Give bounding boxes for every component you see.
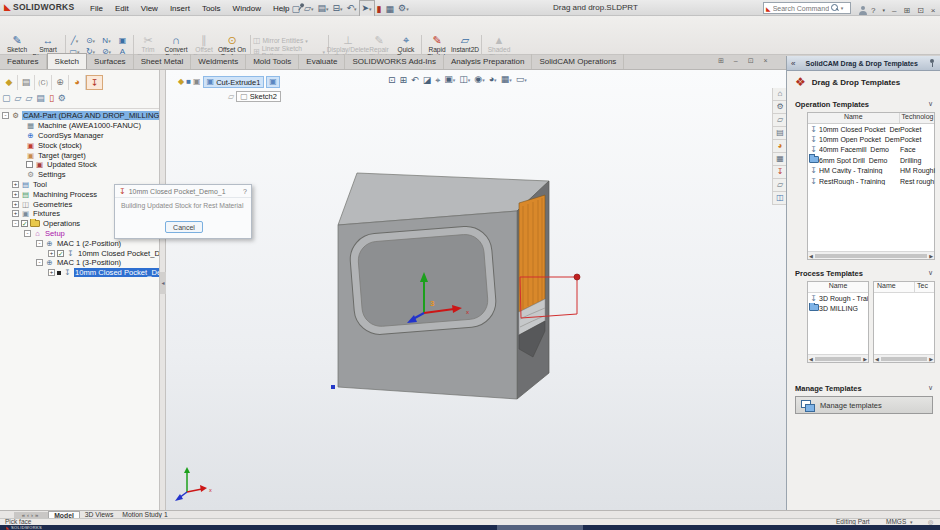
spline-tool-icon[interactable]: N▾ [99, 35, 114, 46]
template-row[interactable]: 6mm Spot Drill_Demo Drilling [808, 155, 934, 165]
3d-viewport[interactable]: x 3 x [166, 70, 786, 511]
part-icon[interactable]: ◆ [178, 77, 184, 87]
list-header[interactable]: Name Tec [874, 282, 934, 293]
menu-insert[interactable]: Insert [164, 4, 196, 13]
breadcrumb-end-icon[interactable]: ▣ [266, 76, 280, 88]
expander-icon[interactable]: + [12, 201, 19, 208]
tool-table-icon[interactable]: ▦ [384, 2, 397, 17]
expander-icon[interactable]: + [48, 250, 55, 257]
apply-scene-icon[interactable]: ▦▾ [501, 74, 512, 86]
tab-sheet-metal[interactable]: Sheet Metal [134, 54, 192, 69]
featuremanager-tab-icon[interactable]: ◆ [1, 75, 18, 90]
operations-checkbox[interactable] [21, 220, 28, 227]
menu-view[interactable]: View [135, 4, 164, 13]
collapse-pane-icon[interactable]: « [791, 59, 795, 68]
cam-save-icon[interactable]: ▤ [36, 92, 45, 105]
tree-row-stock[interactable]: ▣ Stock (stock) [0, 140, 159, 150]
tab-solidworks-addins[interactable]: SOLIDWORKS Add-Ins [345, 54, 444, 69]
taskbar-window-indicator[interactable] [497, 525, 583, 530]
tree-row-machine[interactable]: ▦ Machine (AWEA1000-FANUC) [0, 121, 159, 131]
expander-icon[interactable]: - [2, 112, 9, 119]
open-icon[interactable]: ▱▾ [302, 1, 315, 17]
dimxpertmanager-tab-icon[interactable]: ⊕ [52, 75, 69, 90]
pane-controls[interactable]: ⊞ – ⊡ × [718, 57, 772, 65]
circle-tool-icon[interactable]: ⊙▾ [83, 35, 98, 46]
template-row[interactable]: ↧ RestRough - Training Rest rough [808, 176, 934, 186]
cam-settings-icon[interactable]: ⚙ [58, 92, 66, 105]
table-header[interactable]: Name Technolog [808, 113, 934, 124]
login-icon[interactable] [858, 6, 867, 15]
template-row[interactable]: ↧ 40mm Facemill_Demo Face [808, 145, 934, 155]
updated-stock-checkbox[interactable] [26, 161, 33, 168]
tab-solidcam-operations[interactable]: SolidCAM Operations [532, 54, 624, 69]
manage-templates-button[interactable]: Manage templates [795, 396, 933, 414]
process-row[interactable]: ↧ 3D Rough - Trai [808, 293, 868, 303]
cam-note-icon[interactable]: ▯ [49, 92, 54, 105]
menu-window[interactable]: Window [227, 4, 267, 13]
tree-row-closed-pocket-demo-1[interactable]: + ↧ 10mm Closed Pocket_Demo_1 ...T2 [0, 268, 159, 278]
tree-row-mac1-2pos[interactable]: - ⊕ MAC 1 (2-Position) [0, 238, 159, 248]
col-name[interactable]: Name [808, 113, 899, 123]
cam-new-icon[interactable]: ▢ [2, 92, 11, 105]
search-icon[interactable] [831, 4, 839, 12]
tab-analysis-preparation[interactable]: Analysis Preparation [444, 54, 532, 69]
expander-icon[interactable]: + [48, 269, 55, 276]
body-icon[interactable]: ■ [186, 77, 191, 87]
expander-icon[interactable]: + [12, 210, 19, 217]
process-templates-header[interactable]: Process Templates ∨ [795, 269, 933, 278]
options-icon[interactable]: ⚙▾ [396, 1, 411, 17]
collapse-section-icon[interactable]: ∨ [928, 269, 933, 278]
tree-row-mac1-3pos[interactable]: - ⊕ MAC 1 (3-Position) [0, 258, 159, 268]
print-icon[interactable]: ⊟▾ [330, 1, 344, 17]
horizontal-scrollbar[interactable]: ◀▶ [874, 354, 934, 362]
horizontal-scrollbar[interactable]: ◀▶ [808, 251, 934, 259]
search-input[interactable] [773, 5, 829, 12]
collapse-section-icon[interactable]: ∨ [928, 100, 933, 109]
tree-row-settings[interactable]: ⚙ Settings [0, 170, 159, 180]
cam-open2-icon[interactable]: ▱ [25, 92, 32, 105]
home-icon[interactable]: ⌂ [280, 2, 289, 17]
zoom-to-area-icon[interactable]: ⊞ [400, 75, 408, 86]
expander-icon[interactable]: + [12, 181, 19, 188]
tab-sketch[interactable]: Sketch [47, 53, 87, 69]
tree-row-closed-pocket-demo[interactable]: + ↧ 10mm Closed Pocket_Demo ...T2 [0, 248, 159, 258]
pin-icon[interactable] [928, 59, 936, 68]
dynamic-annotation-icon[interactable]: ⌖ [435, 75, 440, 86]
expander-icon[interactable]: - [24, 230, 31, 237]
template-row[interactable]: ↧ HM Cavity - Training HM Roughi [808, 166, 934, 176]
expander-icon[interactable]: - [36, 240, 43, 247]
propertymanager-tab-icon[interactable]: ▤ [18, 75, 35, 90]
expander-icon[interactable]: - [12, 220, 19, 227]
horizontal-scrollbar[interactable]: ◀▶ [808, 354, 868, 362]
tree-row-coordsys[interactable]: ⊕ CoordSys Manager [0, 131, 159, 141]
line-tool-icon[interactable]: ╱▾ [67, 35, 82, 46]
menu-file[interactable]: File [84, 4, 109, 13]
solidcam-manager-tab-icon[interactable]: ↧ [86, 75, 103, 90]
tree-row-updated-stock[interactable]: ▣ Updated Stock [0, 160, 159, 170]
tree-row-cam-part[interactable]: - ⚙ CAM-Part (DRAG AND DROP_MILLING_1) [0, 111, 159, 121]
col-technology[interactable]: Technolog [899, 113, 934, 123]
hide-show-items-icon[interactable]: ◉▾ [474, 74, 484, 86]
drag-handle[interactable] [574, 274, 580, 280]
view-settings-icon[interactable]: ▭▾ [516, 74, 527, 86]
expander-icon[interactable]: - [36, 259, 43, 266]
cam-open-icon[interactable]: ▱ [15, 92, 22, 105]
tab-evaluate[interactable]: Evaluate [299, 54, 345, 69]
menu-edit[interactable]: Edit [109, 4, 135, 13]
search-dropdown-icon[interactable]: ▾ [841, 5, 844, 11]
list-header[interactable]: Name [808, 282, 868, 293]
displaymanager-tab-icon[interactable]: ◕ [69, 75, 86, 90]
template-row[interactable]: ↧ 10mm Closed Pocket_Demo Pocket [808, 124, 934, 134]
manage-templates-header[interactable]: Manage Templates ∨ [795, 384, 933, 393]
tree-row-target[interactable]: ▣ Target (target) [0, 150, 159, 160]
edit-appearance-icon[interactable]: ◕▾ [489, 74, 497, 86]
breadcrumb-feature[interactable]: ▣ Cut-Extrude1 [203, 76, 265, 88]
process-row[interactable]: 3D MILLING [808, 303, 868, 313]
tab-features[interactable]: Features [0, 54, 47, 69]
undo-icon[interactable]: ↶▾ [344, 1, 358, 17]
feature-history-icon[interactable]: ▣ [193, 77, 201, 87]
operation-templates-header[interactable]: Operation Templates ∨ [795, 100, 933, 109]
cancel-button[interactable]: Cancel [165, 221, 203, 233]
tab-weldments[interactable]: Weldments [191, 54, 246, 69]
collapse-section-icon[interactable]: ∨ [928, 384, 933, 393]
